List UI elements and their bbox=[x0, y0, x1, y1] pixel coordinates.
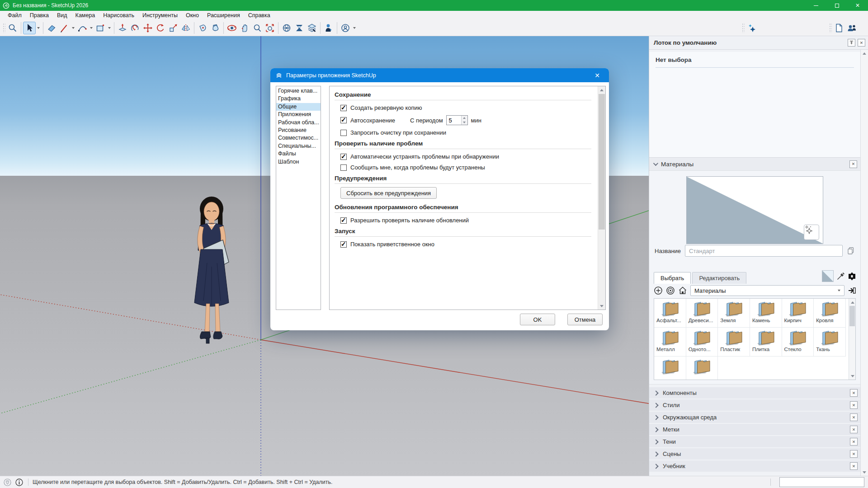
toolbar-grip[interactable] bbox=[829, 23, 832, 33]
search-tool-button[interactable] bbox=[6, 22, 19, 34]
section-components[interactable]: Компоненты ✕ bbox=[649, 387, 860, 399]
menu-edit[interactable]: Правка bbox=[26, 11, 53, 20]
prompt-purge-checkbox[interactable] bbox=[340, 130, 347, 136]
create-backup-checkbox[interactable] bbox=[340, 105, 347, 111]
materials-close-button[interactable]: ✕ bbox=[849, 160, 857, 168]
select-tool-button[interactable] bbox=[23, 22, 36, 34]
reset-warnings-button[interactable]: Сбросить все предупреждения bbox=[340, 187, 437, 199]
nav-item-compatibility[interactable]: Совместимос... bbox=[276, 134, 321, 142]
material-folder-roofing[interactable]: Кровля bbox=[813, 298, 846, 328]
section-plane-tool-button[interactable] bbox=[293, 22, 306, 34]
eraser-tool-button[interactable] bbox=[45, 22, 58, 34]
nav-item-accessibility[interactable]: Специальны... bbox=[276, 142, 321, 150]
maximize-button[interactable] bbox=[826, 0, 847, 11]
select-tool-dropdown[interactable] bbox=[36, 22, 41, 34]
material-folder-asphalt[interactable]: Асфальт... bbox=[654, 298, 686, 328]
close-button[interactable]: ✕ bbox=[847, 0, 868, 11]
allow-update-check-checkbox[interactable] bbox=[340, 217, 347, 224]
scrollbar-thumb[interactable] bbox=[599, 94, 605, 230]
material-folder-brick[interactable]: Кирпич bbox=[782, 298, 814, 328]
material-folder-metal[interactable]: Металл bbox=[654, 327, 686, 357]
nav-item-shortcuts[interactable]: Горячие клав... bbox=[276, 87, 321, 95]
scale-figure-person[interactable] bbox=[181, 195, 242, 352]
push-pull-tool-button[interactable] bbox=[116, 22, 129, 34]
styles-tool-button[interactable] bbox=[306, 22, 318, 34]
dialog-close-button[interactable]: ✕ bbox=[590, 72, 604, 79]
minimize-button[interactable] bbox=[806, 0, 826, 11]
cancel-button[interactable]: Отмена bbox=[567, 314, 603, 325]
add-location-tool-button[interactable] bbox=[280, 22, 293, 34]
nav-item-workspace[interactable]: Рабочая обла... bbox=[276, 119, 321, 127]
notify-fixed-checkbox[interactable] bbox=[340, 164, 347, 171]
autosave-checkbox[interactable] bbox=[340, 117, 347, 123]
measurement-input[interactable] bbox=[779, 477, 864, 487]
tab-select[interactable]: Выбрать bbox=[654, 272, 691, 284]
scroll-down-button[interactable] bbox=[861, 469, 868, 476]
sample-paint-icon[interactable] bbox=[848, 272, 856, 281]
share-people-button[interactable] bbox=[845, 22, 858, 34]
autosave-period-input[interactable] bbox=[447, 116, 461, 125]
menu-view[interactable]: Вид bbox=[53, 11, 71, 20]
geolocation-icon[interactable] bbox=[4, 479, 11, 486]
zoom-tool-button[interactable] bbox=[251, 22, 264, 34]
ok-button[interactable]: OK bbox=[520, 314, 555, 325]
info-icon[interactable] bbox=[15, 479, 23, 486]
menu-draw[interactable]: Нарисовать bbox=[99, 11, 138, 20]
materials-collection-dropdown[interactable]: Материалы bbox=[690, 285, 844, 296]
active-material-swatch[interactable] bbox=[822, 270, 834, 282]
toolbar-grip[interactable] bbox=[742, 23, 745, 33]
section-close-button[interactable]: ✕ bbox=[850, 426, 858, 433]
arc-tool-button[interactable] bbox=[76, 22, 89, 34]
tape-measure-tool-button[interactable] bbox=[196, 22, 209, 34]
account-button[interactable] bbox=[339, 22, 352, 34]
material-folder-tile[interactable]: Плитка bbox=[750, 327, 782, 357]
material-folder-plastic[interactable]: Пластик bbox=[717, 327, 750, 357]
section-close-button[interactable]: ✕ bbox=[850, 438, 858, 446]
menu-camera[interactable]: Камера bbox=[71, 11, 99, 20]
scroll-up-button[interactable] bbox=[598, 86, 605, 94]
tab-edit[interactable]: Редактировать bbox=[692, 272, 746, 284]
material-folder-earth[interactable]: Земля bbox=[717, 298, 750, 328]
create-material-icon[interactable] bbox=[654, 286, 663, 295]
section-close-button[interactable]: ✕ bbox=[850, 401, 858, 409]
menu-tools[interactable]: Инструменты bbox=[138, 11, 182, 20]
section-environment[interactable]: Окружающая среда ✕ bbox=[649, 412, 860, 423]
scrollbar-thumb[interactable] bbox=[849, 306, 855, 326]
section-scenes[interactable]: Сцены ✕ bbox=[649, 448, 860, 460]
section-close-button[interactable]: ✕ bbox=[850, 462, 858, 470]
materials-grid-scrollbar[interactable] bbox=[849, 299, 855, 380]
scroll-down-button[interactable] bbox=[849, 372, 856, 380]
material-folder-colors[interactable]: Одното... bbox=[686, 327, 718, 357]
dialog-titlebar[interactable]: Параметры приложения SketchUp ✕ bbox=[270, 68, 609, 82]
move-tool-button[interactable] bbox=[142, 22, 154, 34]
section-close-button[interactable]: ✕ bbox=[850, 413, 858, 421]
nav-item-applications[interactable]: Приложения bbox=[276, 111, 321, 118]
home-icon[interactable] bbox=[678, 286, 687, 295]
material-folder-glass[interactable]: Стекло bbox=[782, 327, 814, 357]
nav-item-files[interactable]: Файлы bbox=[276, 150, 321, 158]
toolbar-grip[interactable] bbox=[3, 23, 5, 33]
eyedropper-icon[interactable] bbox=[836, 272, 845, 281]
in-model-icon[interactable] bbox=[666, 286, 675, 295]
flip-tool-button[interactable] bbox=[179, 22, 192, 34]
generate-material-button[interactable] bbox=[804, 225, 819, 240]
scale-tool-button[interactable] bbox=[167, 22, 179, 34]
section-styles[interactable]: Стили ✕ bbox=[649, 399, 860, 411]
section-close-button[interactable]: ✕ bbox=[850, 450, 858, 458]
dialog-scrollbar[interactable] bbox=[598, 86, 605, 310]
material-folder-fabric[interactable]: Ткань bbox=[813, 327, 846, 357]
show-welcome-checkbox[interactable] bbox=[340, 241, 347, 248]
scroll-up-button[interactable] bbox=[849, 299, 856, 306]
rectangle-tool-button[interactable] bbox=[94, 22, 107, 34]
section-close-button[interactable]: ✕ bbox=[850, 389, 858, 397]
period-spin-up-button[interactable] bbox=[462, 116, 467, 120]
account-dropdown[interactable] bbox=[352, 22, 357, 34]
materials-section-header[interactable]: Материалы ✕ bbox=[649, 157, 860, 171]
nav-item-general[interactable]: Общие bbox=[276, 103, 321, 111]
section-shadows[interactable]: Тени ✕ bbox=[649, 436, 860, 447]
menu-file[interactable]: Файл bbox=[4, 11, 26, 20]
tray-pin-button[interactable] bbox=[848, 39, 855, 47]
pan-tool-button[interactable] bbox=[238, 22, 251, 34]
rotate-tool-button[interactable] bbox=[154, 22, 167, 34]
nav-item-graphics[interactable]: Графика bbox=[276, 95, 321, 103]
